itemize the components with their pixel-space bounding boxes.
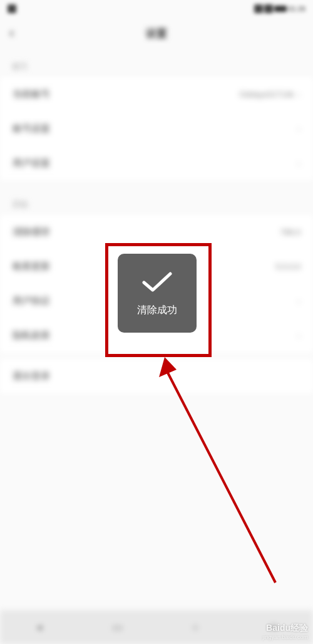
nav-back-icon[interactable]: ◂ <box>27 618 52 636</box>
status-bar: 01:26 <box>0 0 313 18</box>
list-item-logout[interactable]: 退出登录 <box>0 359 313 393</box>
toast-text: 清除成功 <box>137 304 177 317</box>
chevron-right-icon: › <box>297 89 300 100</box>
item-label: 用户协议 <box>13 295 50 307</box>
item-value: › <box>297 123 300 135</box>
nav-recent-icon[interactable]: ▭ <box>105 618 130 636</box>
battery-icon <box>274 6 287 12</box>
chevron-right-icon: › <box>297 296 300 307</box>
signal-icon <box>254 4 263 13</box>
item-value: › <box>297 330 300 341</box>
watermark-sub: jingyan.baidu.com <box>262 634 308 640</box>
item-label: 隐私政策 <box>13 330 50 341</box>
back-button[interactable]: ‹ <box>9 25 28 41</box>
watermark: Baidu经验 jingyan.baidu.com <box>262 623 308 640</box>
section-divider <box>0 353 313 359</box>
item-value: › <box>297 158 300 169</box>
svg-line-0 <box>168 373 275 583</box>
list-item-current-account[interactable]: 当前账号 Oddays01714k › <box>0 77 313 112</box>
item-label: 账号设置 <box>13 123 50 135</box>
item-label: 退出登录 <box>13 370 50 382</box>
chevron-right-icon: › <box>297 330 300 341</box>
settings-content: 账号 当前账号 Oddays01714k › 账号设置 › 用户设置 › 其他 … <box>0 49 313 393</box>
checkmark-icon <box>141 270 173 296</box>
page-title: 设置 <box>28 26 285 41</box>
item-label: 检查更新 <box>13 261 50 273</box>
item-label: 清除缓存 <box>13 226 50 238</box>
chevron-right-icon: › <box>297 123 300 135</box>
item-label: 当前账号 <box>13 88 50 100</box>
chevron-right-icon: › <box>297 158 300 169</box>
list-item-clear-cache[interactable]: 清除缓存 786.0 <box>0 215 313 249</box>
item-value: 5.5.0.0 <box>275 262 300 271</box>
section-divider <box>0 180 313 187</box>
item-value: Oddays01714k › <box>239 89 300 100</box>
notification-icon <box>8 4 16 13</box>
status-right: 01:26 <box>254 4 305 13</box>
page-header: ‹ 设置 <box>0 18 313 49</box>
section-account-label: 账号 <box>0 49 313 77</box>
list-item-account-settings[interactable]: 账号设置 › <box>0 112 313 146</box>
wifi-icon <box>264 4 273 13</box>
status-left <box>8 4 16 13</box>
watermark-main: Baidu经验 <box>266 623 308 634</box>
item-label: 用户设置 <box>13 157 50 169</box>
status-time: 01:26 <box>288 5 305 13</box>
section-other-label: 其他 <box>0 187 313 215</box>
item-value: 786.0 <box>280 227 300 237</box>
item-value: › <box>297 296 300 307</box>
toast-success: 清除成功 <box>118 254 197 333</box>
list-item-user-settings[interactable]: 用户设置 › <box>0 146 313 180</box>
nav-home-icon[interactable]: ○ <box>183 618 208 636</box>
